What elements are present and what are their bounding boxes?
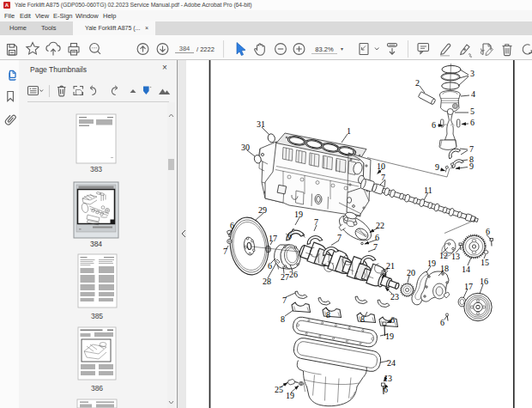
svg-text:19: 19 [427, 259, 436, 268]
svg-text:24: 24 [387, 358, 396, 368]
svg-text:8: 8 [281, 314, 285, 324]
svg-text:6: 6 [375, 233, 379, 242]
svg-text:385: 385 [91, 312, 103, 320]
svg-text:7: 7 [223, 247, 227, 256]
svg-text:13: 13 [384, 374, 392, 383]
svg-text:6: 6 [384, 385, 388, 394]
svg-text:9: 9 [435, 162, 439, 172]
svg-text:6: 6 [287, 231, 292, 241]
svg-text:21: 21 [386, 261, 395, 271]
svg-text:6: 6 [230, 221, 234, 230]
svg-text:6: 6 [432, 120, 436, 130]
svg-text:19: 19 [294, 210, 303, 219]
svg-text:6: 6 [440, 318, 444, 327]
svg-text:14: 14 [462, 265, 470, 274]
svg-text:18: 18 [440, 264, 449, 273]
svg-text:5: 5 [470, 107, 475, 116]
svg-text:28: 28 [263, 277, 271, 286]
svg-text:7: 7 [373, 242, 378, 252]
svg-text:7: 7 [337, 233, 342, 242]
svg-text:31: 31 [257, 119, 265, 129]
svg-text:12: 12 [439, 251, 448, 260]
svg-text:7: 7 [469, 144, 474, 154]
svg-text:16: 16 [480, 277, 488, 286]
svg-text:6: 6 [486, 227, 490, 236]
svg-text:20: 20 [407, 268, 415, 277]
svg-text:17: 17 [269, 234, 277, 243]
svg-text:13: 13 [451, 252, 460, 261]
svg-text:26: 26 [289, 270, 298, 279]
svg-text:7: 7 [282, 295, 287, 305]
svg-text:4: 4 [471, 89, 475, 99]
svg-text:3: 3 [470, 69, 475, 78]
svg-text:27: 27 [281, 272, 289, 282]
svg-text:8: 8 [360, 314, 365, 324]
svg-text:383: 383 [90, 165, 102, 174]
svg-text:9: 9 [469, 161, 474, 171]
svg-text:19: 19 [385, 332, 394, 341]
svg-text:2: 2 [415, 78, 420, 88]
svg-text:6: 6 [470, 118, 475, 127]
svg-text:29: 29 [258, 205, 267, 215]
svg-text:1: 1 [347, 126, 351, 136]
svg-text:6: 6 [268, 261, 272, 271]
svg-text:8: 8 [326, 310, 330, 320]
svg-text:6: 6 [390, 315, 395, 325]
svg-text:15: 15 [481, 258, 489, 267]
svg-text:7: 7 [381, 173, 385, 182]
svg-text:384: 384 [90, 240, 102, 248]
svg-text:11: 11 [424, 186, 432, 195]
svg-text:17: 17 [464, 282, 473, 291]
svg-text:25: 25 [275, 385, 283, 394]
svg-text:7: 7 [314, 217, 318, 227]
svg-text:23: 23 [390, 292, 399, 301]
svg-text:22: 22 [376, 221, 384, 230]
svg-text:30: 30 [241, 143, 250, 152]
svg-text:386: 386 [91, 384, 103, 393]
svg-text:19: 19 [286, 391, 294, 400]
svg-text:10: 10 [377, 161, 385, 171]
